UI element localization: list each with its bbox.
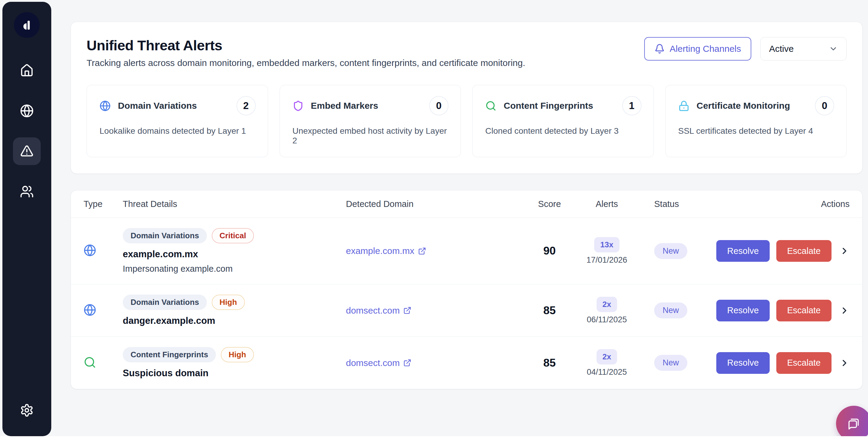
resolve-button[interactable]: Resolve: [716, 300, 770, 321]
main-content: Unified Threat Alerts Tracking alerts ac…: [70, 0, 863, 389]
actions-cell: Resolve Escalate: [711, 352, 849, 374]
alerts-cell: 2x 04/11/2025: [572, 349, 642, 377]
threat-details-cell: Domain Variations High danger.example.co…: [123, 295, 346, 326]
status-cell: New: [642, 355, 711, 371]
search-icon: [485, 100, 496, 111]
table-header-row: Type Threat Details Detected Domain Scor…: [71, 191, 862, 217]
status-cell: New: [642, 302, 711, 318]
threat-type-badge: Domain Variations: [123, 228, 207, 243]
alert-count-badge: 2x: [596, 349, 617, 365]
stat-card-embed-markers[interactable]: Embed Markers 0 Unexpected embed host ac…: [280, 85, 461, 157]
stat-card-description: Lookalike domains detected by Layer 1: [99, 126, 256, 136]
logo-d-icon: [20, 18, 34, 32]
column-header-status: Status: [642, 199, 711, 209]
sidebar-item-settings[interactable]: [13, 397, 41, 424]
stat-card-title: Domain Variations: [118, 101, 197, 111]
column-header-detected-domain: Detected Domain: [346, 199, 527, 209]
chevron-right-icon[interactable]: [839, 305, 849, 316]
threat-title: example.com.mx: [123, 249, 346, 260]
stat-card-title: Content Fingerprints: [504, 101, 593, 111]
sidebar-item-alerts[interactable]: [13, 137, 41, 165]
domain-link-text: domsect.com: [346, 305, 400, 316]
page-title: Unified Threat Alerts: [87, 37, 525, 54]
globe-icon: [20, 104, 34, 118]
stat-card-title: Embed Markers: [311, 101, 378, 111]
table-row: Content Fingerprints High Suspicious dom…: [71, 337, 862, 389]
stat-card-content-fingerprints[interactable]: Content Fingerprints 1 Cloned content de…: [472, 85, 654, 157]
status-badge: New: [654, 302, 687, 318]
domain-link[interactable]: domsect.com: [346, 305, 527, 316]
stat-card-title: Certificate Monitoring: [697, 101, 790, 111]
status-filter-value: Active: [769, 44, 794, 54]
domain-link-text: example.com.mx: [346, 246, 414, 256]
stat-card-certificate-monitoring[interactable]: Certificate Monitoring 0 SSL certificate…: [665, 85, 847, 157]
domain-link-text: domsect.com: [346, 358, 400, 368]
chevron-right-icon[interactable]: [839, 246, 849, 256]
detected-domain-cell: domsect.com: [346, 358, 527, 368]
alert-date: 04/11/2025: [587, 368, 627, 377]
alerting-channels-label: Alerting Channels: [670, 44, 741, 54]
threat-title: danger.example.com: [123, 315, 346, 326]
severity-badge: High: [221, 347, 254, 362]
app-logo[interactable]: [14, 12, 40, 38]
alert-date: 17/01/2026: [586, 256, 627, 265]
chevron-right-icon[interactable]: [839, 358, 849, 368]
resolve-button[interactable]: Resolve: [716, 240, 770, 262]
page-subtitle: Tracking alerts across domain monitoring…: [87, 58, 525, 68]
threat-title: Suspicious domain: [123, 368, 346, 379]
status-filter-dropdown[interactable]: Active: [760, 37, 846, 61]
alert-count-badge: 13x: [594, 237, 619, 252]
score-value: 85: [527, 357, 572, 369]
alert-triangle-icon: [20, 144, 34, 158]
header-card: Unified Threat Alerts Tracking alerts ac…: [70, 22, 863, 174]
shield-icon: [292, 100, 304, 111]
alerts-table: Type Threat Details Detected Domain Scor…: [70, 190, 863, 389]
external-link-icon: [403, 306, 411, 314]
domain-link[interactable]: example.com.mx: [346, 246, 527, 256]
alerting-channels-button[interactable]: Alerting Channels: [644, 37, 751, 61]
threat-details-cell: Content Fingerprints High Suspicious dom…: [123, 347, 346, 379]
resolve-button[interactable]: Resolve: [716, 352, 770, 374]
table-row: Domain Variations High danger.example.co…: [71, 284, 862, 337]
column-header-alerts: Alerts: [572, 199, 642, 209]
sidebar-item-domains[interactable]: [13, 97, 41, 125]
stat-card-domain-variations[interactable]: Domain Variations 2 Lookalike domains de…: [87, 85, 268, 157]
users-icon: [20, 185, 34, 199]
column-header-score: Score: [527, 199, 572, 209]
row-type-cell: [84, 304, 123, 317]
table-row: Domain Variations Critical example.com.m…: [71, 217, 862, 284]
sidebar-item-home[interactable]: [13, 57, 41, 84]
lock-icon: [678, 100, 689, 111]
status-badge: New: [654, 243, 687, 259]
escalate-button[interactable]: Escalate: [776, 352, 832, 374]
sidebar-item-users[interactable]: [13, 178, 41, 205]
chat-icon: [845, 415, 863, 432]
threat-type-badge: Content Fingerprints: [123, 347, 216, 362]
status-badge: New: [654, 355, 687, 371]
alerts-cell: 2x 06/11/2025: [572, 297, 642, 325]
search-icon: [84, 356, 96, 369]
severity-badge: High: [212, 295, 245, 310]
row-type-cell: [84, 244, 123, 258]
escalate-button[interactable]: Escalate: [776, 300, 832, 321]
chevron-down-icon: [829, 44, 838, 53]
threat-subtitle: Impersonating example.com: [123, 264, 346, 274]
alert-count-badge: 2x: [596, 297, 617, 312]
header-actions: Alerting Channels Active: [644, 37, 846, 61]
globe-icon: [84, 244, 96, 257]
column-header-actions: Actions: [711, 199, 849, 209]
chat-fab-button[interactable]: [836, 406, 868, 441]
domain-link[interactable]: domsect.com: [346, 358, 527, 368]
alerts-cell: 13x 17/01/2026: [572, 237, 642, 265]
stat-card-description: SSL certificates detected by Layer 4: [678, 126, 835, 136]
external-link-icon: [403, 359, 411, 367]
score-value: 90: [527, 245, 572, 257]
threat-type-badge: Domain Variations: [123, 295, 207, 310]
status-cell: New: [642, 243, 711, 259]
sidebar: [2, 2, 51, 436]
stat-cards-row: Domain Variations 2 Lookalike domains de…: [87, 85, 846, 157]
globe-icon: [99, 100, 111, 111]
escalate-button[interactable]: Escalate: [776, 240, 832, 262]
row-type-cell: [84, 356, 123, 370]
gear-icon: [20, 403, 34, 417]
